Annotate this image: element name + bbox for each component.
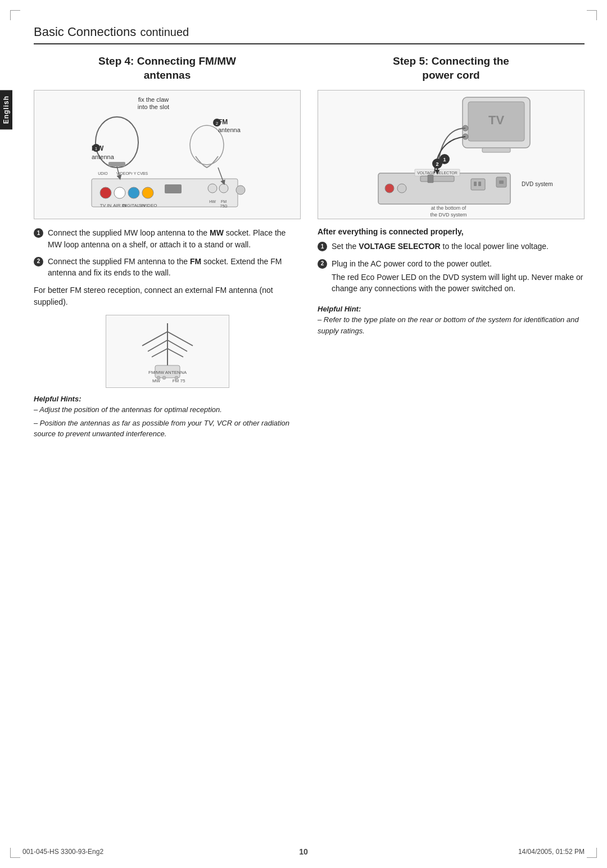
- svg-text:75Ω: 75Ω: [220, 204, 227, 208]
- svg-text:FM 75: FM 75: [172, 378, 185, 383]
- left-para: For better FM stereo reception, connect …: [34, 284, 301, 308]
- svg-text:Pr  Y  CVBS: Pr Y CVBS: [128, 171, 148, 175]
- svg-point-3: [100, 187, 111, 198]
- svg-text:into the slot: into the slot: [137, 103, 169, 110]
- svg-text:FM/MW ANTENNA: FM/MW ANTENNA: [148, 370, 187, 375]
- svg-text:FM: FM: [220, 200, 226, 204]
- col-left: Step 4: Connecting FM/MW antennas fix th…: [34, 55, 301, 440]
- svg-text:fix the claw: fix the claw: [138, 96, 168, 103]
- diagram-fmmw: fix the claw into the slot TV IN AIR IN …: [34, 90, 301, 219]
- helpful-hint-right: Helpful Hint: – Refer to the type plate …: [318, 304, 585, 337]
- svg-text:1: 1: [94, 146, 97, 151]
- footer-right: 14/04/2005, 01:52 PM: [518, 848, 585, 856]
- svg-line-39: [152, 349, 167, 357]
- svg-point-59: [385, 184, 394, 193]
- svg-rect-22: [108, 162, 125, 166]
- right-instructions: 1 Set the VOLTAGE SELECTOR to the local …: [318, 241, 585, 294]
- sub-diagram-fmmw: FM/MW ANTENNA MW FM 75: [106, 315, 229, 388]
- svg-text:antenna: antenna: [92, 153, 115, 160]
- svg-point-60: [397, 184, 406, 193]
- svg-rect-53: [482, 148, 510, 152]
- corner-mark-tl: [10, 10, 20, 20]
- page-content: Basic Connections continued Step 4: Conn…: [22, 22, 585, 846]
- right-instr-2: 2 Plug in the AC power cord to the power…: [318, 258, 585, 295]
- num-2: 2: [34, 257, 43, 266]
- english-tab: English: [0, 90, 12, 129]
- footer-left: 001-045-HS 3300-93-Eng2: [22, 848, 103, 856]
- svg-point-47: [175, 376, 178, 379]
- right-instr-1: 1 Set the VOLTAGE SELECTOR to the local …: [318, 241, 585, 252]
- step4-heading: Step 4: Connecting FM/MW antennas: [34, 55, 301, 82]
- right-num-1: 1: [318, 242, 327, 251]
- svg-text:HW: HW: [209, 200, 216, 204]
- corner-mark-br: [587, 848, 597, 858]
- svg-text:antenna: antenna: [218, 126, 241, 133]
- svg-text:2: 2: [215, 121, 218, 126]
- fmmw-svg: fix the claw into the slot TV IN AIR IN …: [75, 92, 260, 218]
- svg-rect-64: [474, 182, 477, 186]
- corner-mark-bl: [10, 848, 20, 858]
- page-title: Basic Connections continued: [34, 22, 585, 44]
- svg-rect-62: [499, 180, 504, 184]
- powercord-svg: TV VOLTAGE SELECTOR: [361, 92, 541, 218]
- footer: 001-045-HS 3300-93-Eng2 10 14/04/2005, 0…: [22, 848, 585, 856]
- svg-point-46: [162, 376, 166, 379]
- helpful-hints-left: Helpful Hints: – Adjust the position of …: [34, 394, 301, 440]
- svg-text:1: 1: [443, 157, 446, 162]
- corner-mark-tr: [587, 10, 597, 20]
- left-instructions: 1 Connect the supplied MW loop antenna t…: [34, 227, 301, 278]
- num-1: 1: [34, 228, 43, 238]
- svg-text:TV: TV: [488, 113, 504, 127]
- svg-point-5: [128, 187, 139, 198]
- svg-point-45: [157, 376, 160, 379]
- main-columns: Step 4: Connecting FM/MW antennas fix th…: [34, 55, 585, 440]
- svg-line-36: [167, 332, 193, 346]
- svg-text:at the bottom of: at the bottom of: [431, 205, 466, 211]
- svg-point-6: [142, 187, 153, 198]
- col-right: Step 5: Connecting the power cord TV: [318, 55, 585, 440]
- left-instr-1: 1 Connect the supplied MW loop antenna t…: [34, 227, 301, 250]
- svg-text:the DVD system: the DVD system: [430, 212, 466, 218]
- left-instr-2: 2 Connect the supplied FM antenna to the…: [34, 256, 301, 279]
- svg-text:UDIO: UDIO: [98, 171, 108, 175]
- svg-text:2: 2: [436, 161, 438, 167]
- svg-rect-57: [420, 176, 454, 182]
- after-heading: After everything is connected properly,: [318, 227, 585, 236]
- footer-page-number: 10: [299, 847, 308, 856]
- svg-text:DVD system: DVD system: [522, 181, 553, 187]
- right-num-2: 2: [318, 259, 327, 269]
- svg-line-40: [167, 349, 183, 357]
- svg-point-16: [219, 184, 228, 193]
- sub-diagram-svg: FM/MW ANTENNA MW FM 75: [111, 318, 224, 385]
- svg-rect-65: [478, 182, 481, 186]
- svg-rect-7: [165, 184, 182, 193]
- svg-point-20: [236, 186, 245, 195]
- svg-point-15: [208, 184, 217, 193]
- svg-rect-58: [428, 175, 433, 183]
- svg-text:TV IN: TV IN: [99, 203, 111, 208]
- svg-point-4: [114, 187, 125, 198]
- svg-text:S-VIDEO: S-VIDEO: [138, 203, 157, 208]
- step5-heading: Step 5: Connecting the power cord: [318, 55, 585, 82]
- diagram-powercord: TV VOLTAGE SELECTOR: [318, 90, 585, 219]
- svg-line-35: [142, 332, 167, 346]
- svg-rect-63: [471, 179, 485, 190]
